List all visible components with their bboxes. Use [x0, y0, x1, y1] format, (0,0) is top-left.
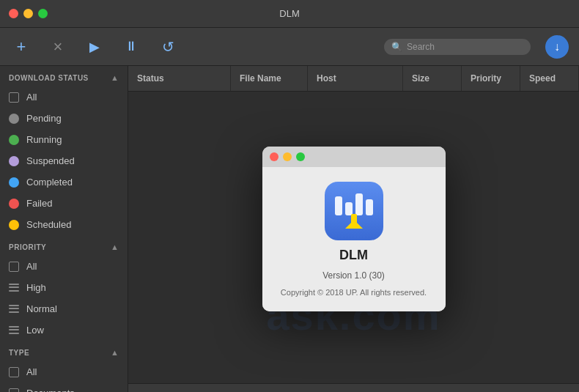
failed-icon	[9, 199, 19, 209]
sidebar-item-failed-label: Failed	[26, 198, 52, 209]
sidebar-item-high-label: High	[26, 282, 46, 293]
close-icon-button[interactable]: ×	[47, 36, 69, 58]
scheduled-icon	[9, 220, 19, 230]
suspended-icon	[9, 156, 19, 166]
sidebar-item-priority-all-label: All	[26, 261, 37, 272]
svg-rect-6	[351, 214, 357, 224]
sidebar-item-suspended-label: Suspended	[26, 155, 75, 166]
priority-section-header: PRIORITY ▲	[0, 235, 128, 256]
documents-icon	[9, 388, 19, 393]
sidebar-item-low[interactable]: Low	[0, 319, 128, 341]
sidebar-item-priority-all[interactable]: All	[0, 256, 128, 277]
high-priority-icon	[9, 283, 19, 293]
sidebar-item-scheduled[interactable]: Scheduled	[0, 214, 128, 235]
about-dialog: DLM Version 1.0 (30) Copyright © 2018 UP…	[262, 147, 446, 311]
all-icon	[9, 92, 19, 103]
normal-priority-icon	[9, 304, 19, 314]
sidebar-item-documents-label: Documents	[26, 388, 75, 392]
type-section-header: TYPE ▲	[0, 341, 128, 361]
dialog-maximize-button[interactable]	[296, 152, 305, 161]
type-all-icon	[9, 367, 19, 377]
svg-rect-2	[345, 202, 353, 215]
svg-rect-1	[335, 196, 342, 215]
sidebar: DOWNLOAD STATUS ▲ All Pending Running Su…	[0, 66, 128, 392]
title-bar: DLM	[0, 0, 579, 28]
dialog-close-button[interactable]	[270, 152, 279, 161]
priority-all-icon	[9, 262, 19, 272]
sidebar-item-all[interactable]: All	[0, 86, 128, 108]
download-button[interactable]: ↓	[545, 35, 569, 59]
dialog-body: DLM Version 1.0 (30) Copyright © 2018 UP…	[262, 167, 446, 311]
dialog-app-name: DLM	[339, 248, 368, 263]
sidebar-item-high[interactable]: High	[0, 277, 128, 298]
play-button[interactable]: ▶	[84, 36, 106, 58]
sidebar-item-pending[interactable]: Pending	[0, 108, 128, 129]
download-status-section-header: DOWNLOAD STATUS ▲	[0, 66, 128, 86]
sidebar-item-type-all-label: All	[26, 366, 37, 377]
svg-rect-0	[325, 182, 383, 240]
dialog-titlebar	[262, 147, 446, 167]
minimize-button[interactable]	[23, 9, 33, 18]
close-button[interactable]	[9, 9, 18, 18]
sidebar-item-documents[interactable]: Documents	[0, 382, 128, 392]
sidebar-item-pending-label: Pending	[26, 113, 62, 124]
sidebar-item-normal-label: Normal	[26, 303, 57, 314]
app-icon	[325, 182, 383, 240]
dialog-version: Version 1.0 (30)	[322, 270, 385, 281]
low-priority-icon	[9, 325, 19, 336]
svg-rect-3	[355, 193, 363, 215]
sidebar-item-all-label: All	[26, 92, 37, 103]
sidebar-item-failed[interactable]: Failed	[0, 193, 128, 214]
refresh-button[interactable]: ↺	[157, 36, 179, 58]
type-label: TYPE	[9, 349, 29, 357]
toolbar: + × ▶ ⏸ ↺ 🔍 ↓	[0, 28, 579, 66]
sidebar-item-running[interactable]: Running	[0, 129, 128, 150]
running-icon	[9, 135, 19, 145]
search-icon: 🔍	[391, 42, 402, 52]
sidebar-item-completed[interactable]: Completed	[0, 171, 128, 193]
dialog-minimize-button[interactable]	[283, 152, 292, 161]
sidebar-item-suspended[interactable]: Suspended	[0, 150, 128, 171]
window-title: DLM	[279, 8, 299, 19]
download-status-chevron: ▲	[111, 73, 119, 82]
pause-button[interactable]: ⏸	[120, 36, 142, 58]
search-bar: 🔍	[384, 39, 531, 55]
sidebar-item-type-all[interactable]: All	[0, 361, 128, 382]
priority-chevron: ▲	[111, 243, 119, 251]
add-button[interactable]: +	[10, 36, 32, 58]
traffic-lights	[9, 9, 48, 18]
content-area: Status File Name Host Size Priority Spee…	[128, 66, 579, 392]
pending-icon	[9, 114, 19, 124]
svg-rect-4	[366, 199, 373, 215]
dialog-overlay: DLM Version 1.0 (30) Copyright © 2018 UP…	[128, 66, 579, 392]
sidebar-item-running-label: Running	[26, 134, 62, 145]
dialog-copyright: Copyright © 2018 UP. All rights reserved…	[281, 288, 427, 297]
completed-icon	[9, 177, 19, 188]
main-layout: DOWNLOAD STATUS ▲ All Pending Running Su…	[0, 66, 579, 392]
priority-label: PRIORITY	[9, 243, 46, 251]
download-status-label: DOWNLOAD STATUS	[9, 74, 89, 82]
sidebar-item-normal[interactable]: Normal	[0, 298, 128, 319]
search-input[interactable]	[407, 42, 523, 52]
sidebar-item-completed-label: Completed	[26, 177, 73, 188]
maximize-button[interactable]	[38, 9, 48, 18]
sidebar-item-low-label: Low	[26, 325, 44, 336]
sidebar-item-scheduled-label: Scheduled	[26, 219, 71, 230]
type-chevron: ▲	[111, 348, 119, 357]
